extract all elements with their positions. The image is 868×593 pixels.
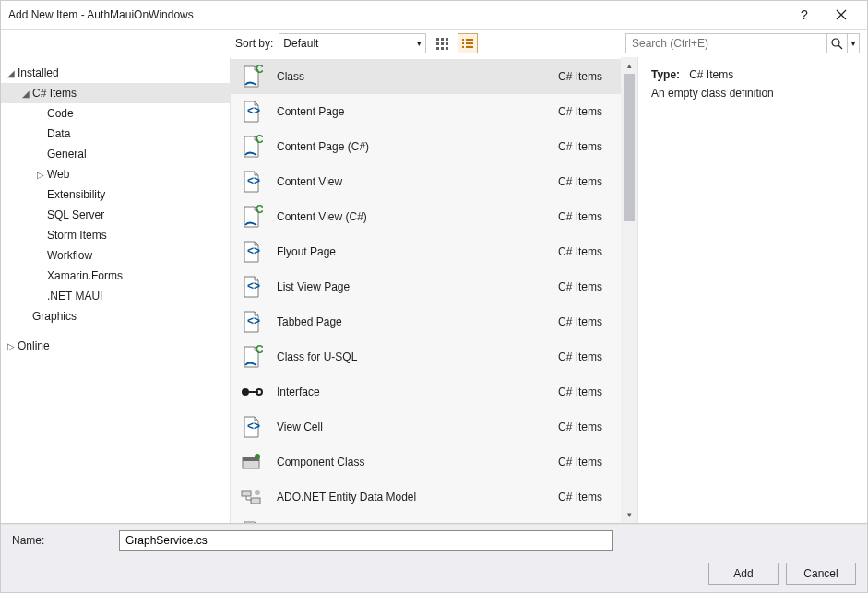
tree-child-label: SQL Server xyxy=(47,208,104,221)
file-icon: C# xyxy=(238,134,264,160)
template-row[interactable]: C#Content View (C#)C# Items xyxy=(231,199,621,234)
expand-icon: ▷ xyxy=(5,341,18,351)
template-row[interactable]: Application Configuration FileC# Items xyxy=(231,515,621,523)
tree-child-label: .NET MAUI xyxy=(47,290,102,302)
template-name: Interface xyxy=(277,385,558,398)
cancel-button[interactable]: Cancel xyxy=(786,563,856,585)
tree-child[interactable]: Workflow xyxy=(1,245,230,266)
tree-child[interactable]: Data xyxy=(1,124,230,144)
template-category: C# Items xyxy=(558,245,602,258)
scroll-up-icon[interactable]: ▴ xyxy=(621,57,637,74)
details-type-label: Type: xyxy=(651,68,680,81)
sort-by-label: Sort by: xyxy=(235,37,273,50)
template-category: C# Items xyxy=(558,491,602,504)
add-new-item-dialog: Add New Item - AuthMauiOnWindows ? Sort … xyxy=(0,0,868,593)
svg-text:C#: C# xyxy=(256,345,263,356)
search-dropdown-button[interactable]: ▾ xyxy=(847,33,860,53)
tree-child[interactable]: Storm Items xyxy=(1,225,230,245)
template-row[interactable]: <>Tabbed PageC# Items xyxy=(231,304,621,339)
svg-rect-9 xyxy=(462,39,464,41)
name-input[interactable] xyxy=(119,530,613,551)
template-name: Class for U-SQL xyxy=(277,350,558,363)
search-icon xyxy=(831,38,843,50)
tree-child[interactable]: General xyxy=(1,144,230,164)
tree-child[interactable]: Extensibility xyxy=(1,184,230,205)
scroll-thumb[interactable] xyxy=(624,74,635,221)
sort-by-value: Default xyxy=(283,37,318,50)
svg-rect-11 xyxy=(462,42,464,44)
search-container: ▾ xyxy=(625,33,860,53)
svg-text:<>: <> xyxy=(247,244,260,257)
template-category: C# Items xyxy=(558,350,602,363)
tree-child-label: Xamarin.Forms xyxy=(47,269,123,282)
view-list-button[interactable] xyxy=(458,33,478,53)
template-row[interactable]: <>Content PageC# Items xyxy=(231,94,621,129)
template-row[interactable]: <>View CellC# Items xyxy=(231,409,621,445)
tree-child[interactable]: Xamarin.Forms xyxy=(1,266,230,286)
template-row[interactable]: C#Class for U-SQLC# Items xyxy=(231,339,621,374)
file-icon xyxy=(238,379,264,405)
tree-csharp-items[interactable]: ◢ C# Items xyxy=(1,83,230,103)
collapse-icon: ◢ xyxy=(19,89,32,99)
file-icon: <> xyxy=(238,414,264,440)
template-row[interactable]: <>List View PageC# Items xyxy=(231,269,621,304)
tree-child[interactable]: ▷Web xyxy=(1,164,230,184)
template-row[interactable]: InterfaceC# Items xyxy=(231,374,621,409)
template-category: C# Items xyxy=(558,385,602,398)
sort-by-select[interactable]: Default ▾ xyxy=(279,33,426,53)
tree-online[interactable]: ▷ Online xyxy=(1,336,230,356)
view-grid-button[interactable] xyxy=(432,33,452,53)
tree-child[interactable]: .NET MAUI xyxy=(1,286,230,306)
svg-text:<>: <> xyxy=(247,314,260,327)
svg-text:C#: C# xyxy=(256,205,263,216)
tree-child-label: General xyxy=(47,148,87,160)
svg-text:<>: <> xyxy=(247,420,260,433)
tree-child-label: Web xyxy=(47,168,69,181)
scroll-down-icon[interactable]: ▾ xyxy=(621,506,637,523)
svg-point-15 xyxy=(832,39,839,46)
template-name: List View Page xyxy=(277,280,558,293)
template-name: Class xyxy=(277,70,558,83)
tree-installed[interactable]: ◢ Installed xyxy=(1,63,230,83)
template-row[interactable]: Component ClassC# Items xyxy=(231,445,621,480)
tree-child[interactable]: SQL Server xyxy=(1,205,230,225)
template-category: C# Items xyxy=(558,70,602,83)
tree-child[interactable]: Code xyxy=(1,103,230,124)
tree-child-label: Data xyxy=(47,127,70,140)
help-button[interactable]: ? xyxy=(786,2,823,28)
close-button[interactable] xyxy=(823,2,860,28)
tree-graphics[interactable]: Graphics xyxy=(1,306,230,326)
template-name: Tabbed Page xyxy=(277,315,558,328)
search-button[interactable] xyxy=(826,33,847,53)
template-row[interactable]: <>Flyout PageC# Items xyxy=(231,234,621,269)
template-name: Flyout Page xyxy=(277,245,558,258)
template-name: ADO.NET Entity Data Model xyxy=(277,491,558,504)
svg-text:C#: C# xyxy=(256,135,263,146)
name-label: Name: xyxy=(12,534,119,547)
window-title: Add New Item - AuthMauiOnWindows xyxy=(8,8,786,21)
template-category: C# Items xyxy=(558,210,602,223)
template-row[interactable]: C#ClassC# Items xyxy=(231,59,621,94)
details-pane: Type: C# Items An empty class definition xyxy=(638,57,867,523)
file-icon: C# xyxy=(238,204,264,230)
search-input[interactable] xyxy=(625,33,826,53)
svg-rect-7 xyxy=(441,47,444,50)
footer: Add Cancel xyxy=(1,555,867,592)
svg-text:<>: <> xyxy=(247,104,260,117)
svg-rect-31 xyxy=(242,491,251,496)
template-row[interactable]: ADO.NET Entity Data ModelC# Items xyxy=(231,480,621,515)
svg-point-26 xyxy=(256,389,262,395)
add-button[interactable]: Add xyxy=(708,563,779,585)
chevron-down-icon: ▾ xyxy=(417,39,422,48)
svg-rect-2 xyxy=(446,38,448,41)
svg-rect-8 xyxy=(446,47,448,50)
template-row[interactable]: <>Content ViewC# Items xyxy=(231,164,621,199)
file-icon: <> xyxy=(238,239,264,265)
toolbar: Sort by: Default ▾ ▾ xyxy=(1,30,867,57)
file-icon: <> xyxy=(238,169,264,195)
template-scrollbar[interactable]: ▴ ▾ xyxy=(621,57,637,523)
template-name: Content View xyxy=(277,175,558,188)
template-row[interactable]: C#Content Page (C#)C# Items xyxy=(231,129,621,164)
template-category: C# Items xyxy=(558,105,602,118)
svg-rect-5 xyxy=(446,42,448,45)
